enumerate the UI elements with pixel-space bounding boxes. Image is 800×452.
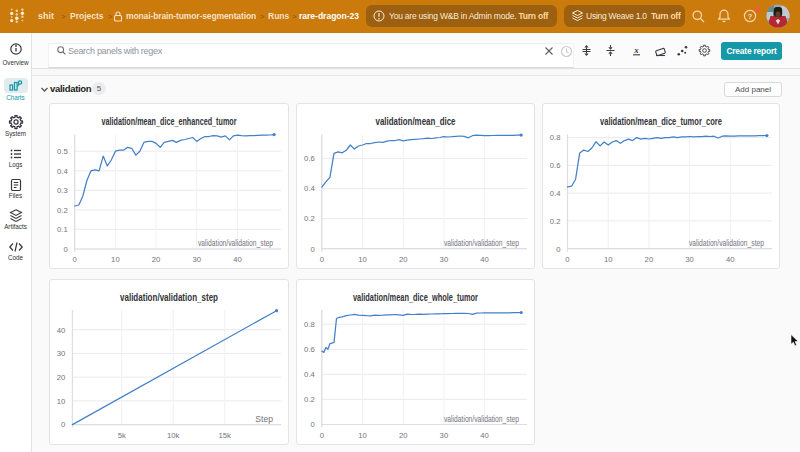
svg-text:0: 0 — [565, 255, 569, 264]
svg-text:40: 40 — [480, 431, 489, 440]
svg-text:validation/validation_step: validation/validation_step — [198, 238, 273, 248]
svg-text:10: 10 — [111, 255, 120, 264]
svg-text:Step: Step — [255, 414, 273, 424]
svg-text:0: 0 — [311, 420, 315, 429]
svg-text:5k: 5k — [118, 431, 126, 440]
svg-text:20: 20 — [152, 255, 161, 264]
svg-text:0: 0 — [61, 420, 65, 429]
svg-text:0.4: 0.4 — [550, 189, 561, 198]
svg-text:40: 40 — [480, 255, 489, 264]
svg-text:?: ? — [748, 12, 753, 21]
svg-text:0.2: 0.2 — [304, 214, 315, 223]
svg-text:40: 40 — [57, 326, 66, 335]
svg-text:0.2: 0.2 — [304, 395, 315, 404]
svg-text:20: 20 — [645, 255, 654, 264]
svg-text:0.2: 0.2 — [57, 206, 68, 215]
svg-text:20: 20 — [399, 431, 408, 440]
svg-text:0.4: 0.4 — [57, 167, 68, 176]
svg-text:10: 10 — [57, 397, 66, 406]
svg-text:0: 0 — [320, 431, 324, 440]
svg-text:0.3: 0.3 — [57, 186, 68, 195]
svg-text:x: x — [633, 45, 639, 55]
svg-text:30: 30 — [685, 255, 694, 264]
svg-text:0.8: 0.8 — [304, 320, 315, 329]
svg-text:0.4: 0.4 — [304, 370, 315, 379]
svg-text:15k: 15k — [218, 431, 231, 440]
svg-text:0.1: 0.1 — [57, 225, 68, 234]
svg-text:0.8: 0.8 — [550, 133, 561, 142]
svg-text:30: 30 — [440, 431, 449, 440]
svg-text:validation/mean_dice_tumor_cor: validation/mean_dice_tumor_core — [600, 116, 722, 127]
svg-text:0.6: 0.6 — [550, 161, 561, 170]
svg-text:0: 0 — [311, 245, 315, 254]
svg-text:0.6: 0.6 — [304, 154, 315, 163]
svg-text:validation/mean_dice_whole_tum: validation/mean_dice_whole_tumor — [353, 292, 478, 303]
svg-text:30: 30 — [57, 349, 66, 358]
svg-text:10: 10 — [604, 255, 613, 264]
svg-text:0.6: 0.6 — [304, 345, 315, 354]
svg-text:20: 20 — [57, 373, 66, 382]
svg-text:40: 40 — [233, 255, 242, 264]
svg-text:validation/validation_step: validation/validation_step — [689, 238, 764, 248]
svg-text:10: 10 — [358, 255, 367, 264]
svg-text:0: 0 — [73, 255, 77, 264]
svg-text:0.5: 0.5 — [57, 147, 68, 156]
svg-text:0.4: 0.4 — [304, 184, 315, 193]
svg-text:30: 30 — [193, 255, 202, 264]
svg-text:0: 0 — [320, 255, 324, 264]
svg-text:validation/validation_step: validation/validation_step — [444, 414, 519, 424]
svg-text:40: 40 — [726, 255, 735, 264]
svg-text:validation/mean_dice: validation/mean_dice — [376, 116, 456, 127]
svg-text:validation/mean_dice_enhanced_: validation/mean_dice_enhanced_tumor — [102, 116, 237, 127]
svg-text:0: 0 — [556, 245, 560, 254]
svg-text:10k: 10k — [167, 431, 180, 440]
svg-text:20: 20 — [399, 255, 408, 264]
svg-text:0: 0 — [63, 245, 67, 254]
svg-text:30: 30 — [440, 255, 449, 264]
svg-text:validation/validation_step: validation/validation_step — [120, 292, 218, 303]
svg-text:validation/validation_step: validation/validation_step — [444, 238, 519, 248]
svg-text:0.2: 0.2 — [550, 217, 561, 226]
svg-text:10: 10 — [358, 431, 367, 440]
